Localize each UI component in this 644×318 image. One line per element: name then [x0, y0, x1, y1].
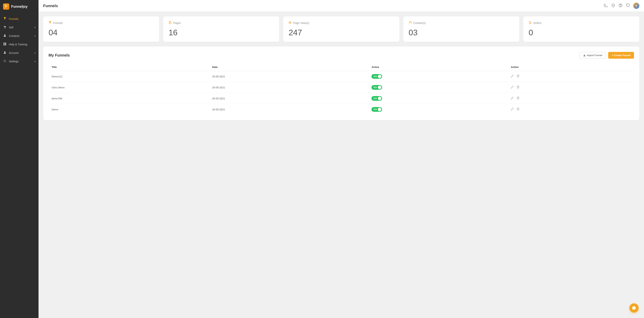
funnel-title: Clivo Demo [48, 82, 209, 93]
app-name: Funneljoy [11, 5, 28, 9]
svg-point-8 [4, 61, 5, 61]
settings-chevron: ▾ [34, 60, 36, 63]
help-training-icon [3, 43, 6, 46]
stat-value-contacts: 03 [409, 28, 514, 37]
sidebar-item-sell[interactable]: Sell ▾ [0, 23, 38, 32]
stat-value-funnels: 04 [48, 28, 154, 37]
page-title: Funnels [43, 4, 58, 8]
header-icons: Y [604, 3, 640, 9]
funnel-active: YES [368, 71, 508, 82]
sidebar-label-help: Help & Training [9, 43, 27, 46]
stat-icon-orders [529, 21, 532, 25]
sidebar-item-help-training[interactable]: Help & Training [0, 40, 38, 49]
sidebar-label-funnels: Funnels [9, 17, 18, 21]
edit-icon[interactable] [511, 96, 514, 100]
funnel-title: Demo121 [48, 71, 209, 82]
stat-value-pages: 16 [168, 28, 274, 37]
svg-point-16 [410, 22, 410, 22]
app-logo[interactable]: F Funneljoy [0, 0, 38, 13]
sidebar-item-settings[interactable]: Settings ▾ [0, 57, 38, 66]
funnel-action [508, 71, 634, 82]
sidebar: F Funneljoy Funnels Sell ▾ Contacts ▾ [0, 0, 38, 318]
col-action: Action [508, 63, 634, 71]
stat-card-contacts: Contact(s) 03 [403, 17, 520, 42]
edit-icon[interactable] [511, 74, 514, 78]
stat-icon-funnels [48, 21, 52, 25]
contacts-chevron: ▾ [34, 35, 36, 37]
active-toggle[interactable]: YES [372, 96, 382, 101]
funnels-section-header: My Funnels Import Funnel + Create Funnel [48, 52, 634, 59]
contacts-icon [3, 34, 6, 38]
stat-label-pages: Pages [168, 21, 274, 25]
help-icon[interactable] [618, 4, 622, 8]
edit-icon[interactable] [511, 107, 514, 111]
stats-row: Funnels 04 Pages 16 [43, 17, 640, 42]
delete-icon[interactable] [516, 85, 520, 89]
svg-rect-3 [4, 43, 4, 44]
funnel-active: YES [368, 82, 508, 93]
funnel-action [508, 82, 634, 93]
stat-card-funnels: Funnels 04 [43, 17, 159, 42]
create-funnel-button[interactable]: + Create Funnel [608, 52, 634, 59]
svg-rect-6 [5, 44, 6, 45]
funnel-action [508, 93, 634, 104]
stat-card-orders: Orders 0 [523, 17, 640, 42]
stat-card-pages: Pages 16 [163, 17, 279, 42]
main-content: Funnels Y [38, 0, 644, 318]
funnel-date: 25-05-2021 [209, 82, 368, 93]
delete-icon[interactable] [516, 74, 520, 78]
refresh-icon[interactable] [626, 4, 630, 8]
funnel-active: YES [368, 93, 508, 104]
phone-icon[interactable] [604, 4, 608, 8]
stat-icon-pages [168, 21, 172, 25]
funnels-table: Title Date Active Action Demo12125-05-20… [48, 63, 634, 115]
sidebar-item-contacts[interactable]: Contacts ▾ [0, 32, 38, 40]
active-toggle[interactable]: YES [372, 85, 382, 90]
svg-point-0 [4, 28, 5, 28]
active-toggle[interactable]: YES [372, 107, 382, 112]
sidebar-label-settings: Settings [9, 60, 19, 63]
stat-label-orders: Orders [529, 21, 634, 25]
col-date: Date [209, 63, 368, 71]
funnel-date: 20-05-2021 [209, 93, 368, 104]
delete-icon[interactable] [516, 107, 520, 111]
sell-chevron: ▾ [34, 27, 36, 29]
svg-point-19 [530, 23, 531, 24]
stat-value-orders: 0 [529, 28, 634, 37]
sidebar-item-funnels[interactable]: Funnels [0, 15, 38, 23]
table-row: Demo20-05-2021 YES [48, 104, 634, 115]
funnel-icon [3, 17, 6, 21]
funnel-action [508, 104, 634, 115]
delete-icon[interactable] [516, 96, 520, 100]
edit-icon[interactable] [511, 85, 514, 89]
funnel-date: 25-05-2021 [209, 71, 368, 82]
bell-icon[interactable] [611, 4, 615, 8]
sidebar-nav: Funnels Sell ▾ Contacts ▾ Help & Trainin… [0, 13, 38, 318]
svg-point-2 [4, 34, 6, 36]
logo-icon: F [3, 4, 9, 10]
sidebar-item-account[interactable]: Account ▾ [0, 49, 38, 57]
sidebar-label-contacts: Contacts [9, 34, 20, 38]
col-title: Title [48, 63, 209, 71]
settings-icon [3, 59, 6, 63]
funnel-title: Demo [48, 104, 209, 115]
table-row: Clivo Demo25-05-2021 YES [48, 82, 634, 93]
svg-rect-5 [4, 44, 4, 45]
stat-label-pageviews: Page View(s) [288, 21, 394, 25]
user-avatar[interactable]: Y [633, 3, 640, 9]
funnels-section-title: My Funnels [48, 53, 70, 58]
content-area: Funnels 04 Pages 16 [38, 12, 644, 318]
header: Funnels Y [38, 0, 644, 12]
chat-button[interactable] [629, 303, 638, 312]
import-funnel-button[interactable]: Import Funnel [580, 52, 606, 59]
stat-card-pageviews: Page View(s) 247 [283, 17, 399, 42]
stat-icon-contacts [409, 21, 412, 25]
table-header-row: Title Date Active Action [48, 63, 634, 71]
svg-point-18 [529, 23, 530, 24]
funnels-actions: Import Funnel + Create Funnel [580, 52, 634, 59]
funnel-date: 20-05-2021 [209, 104, 368, 115]
funnel-active: YES [368, 104, 508, 115]
active-toggle[interactable]: YES [372, 74, 382, 79]
funnel-title: demo789 [48, 93, 209, 104]
stat-label-funnels: Funnels [48, 21, 154, 25]
